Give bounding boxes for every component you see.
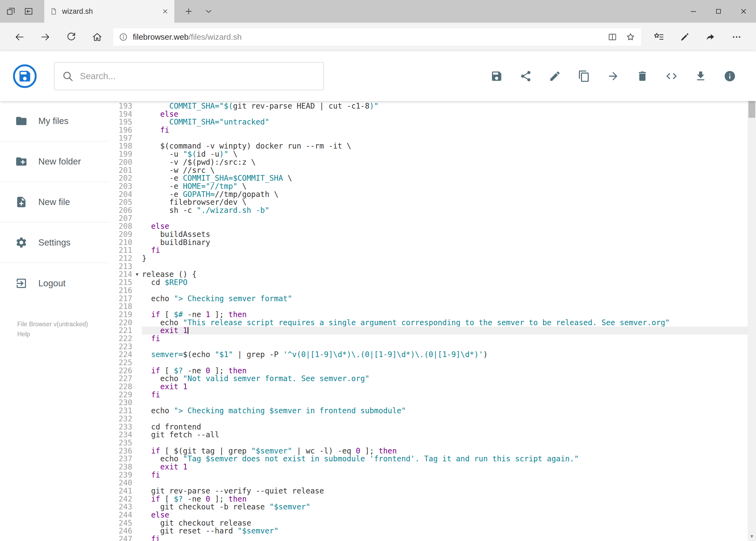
code-text[interactable]: fi <box>142 471 748 479</box>
code-text[interactable]: COMMIT_SHA="$(git rev-parse HEAD | cut -… <box>142 102 748 110</box>
code-line[interactable]: 245 git checkout release <box>109 519 748 527</box>
copy-button[interactable] <box>578 70 590 82</box>
code-line[interactable]: 238 exit 1 <box>109 463 748 471</box>
set-tabs-aside-icon[interactable] <box>24 6 34 16</box>
code-text[interactable]: fi <box>142 535 748 541</box>
code-text[interactable]: fi <box>142 391 748 399</box>
code-text[interactable]: git checkout release <box>142 519 748 527</box>
code-line[interactable]: 199 -u "$(id -u)" \ <box>109 150 748 158</box>
rename-pencil-button[interactable] <box>549 70 561 82</box>
code-text[interactable]: -e GOPATH=//tmp/gopath \ <box>142 191 748 199</box>
code-text[interactable]: echo "Not valid semver format. See semve… <box>142 375 748 383</box>
help-link[interactable]: Help <box>17 329 30 339</box>
code-line[interactable]: 236 if [ $(git tag | grep "$semver" | wc… <box>109 447 748 455</box>
code-line[interactable]: 214▾release () { <box>109 270 748 278</box>
scroll-down-arrow-icon[interactable]: ▼ <box>748 531 756 541</box>
code-text[interactable]: if [ $? -ne 0 ]; then <box>142 495 748 503</box>
save-button[interactable] <box>490 70 503 82</box>
code-text[interactable]: else <box>142 110 748 118</box>
code-text[interactable]: -v /$(pwd):/src:z \ <box>142 158 748 166</box>
refresh-button[interactable] <box>58 26 84 48</box>
hub-favorites-icon[interactable] <box>646 26 672 48</box>
download-button[interactable] <box>694 70 707 82</box>
code-line[interactable]: 207 <box>109 215 748 223</box>
code-text[interactable]: sh -c "./wizard.sh -b" <box>142 206 748 215</box>
code-text[interactable]: fi <box>142 335 748 343</box>
code-text[interactable]: git rev-parse --verify --quiet release <box>142 487 748 495</box>
code-line[interactable]: 241 git rev-parse --verify --quiet relea… <box>109 487 748 495</box>
code-line[interactable]: 194 else <box>109 110 748 118</box>
tab-preview-chevron-icon[interactable] <box>204 0 213 23</box>
code-text[interactable]: exit 1 <box>142 326 748 335</box>
code-text[interactable] <box>142 134 748 142</box>
code-line[interactable]: 221 exit 1 <box>109 326 748 335</box>
code-line[interactable]: 193 COMMIT_SHA="$(git rev-parse HEAD | c… <box>109 102 748 110</box>
site-info-icon[interactable] <box>119 32 128 42</box>
code-text[interactable]: cd frontend <box>142 423 748 431</box>
code-line[interactable]: 195 COMMIT_SHA="untracked" <box>109 118 748 126</box>
source-code-button[interactable] <box>665 70 678 82</box>
code-text[interactable]: else <box>142 222 748 231</box>
code-text[interactable]: fi <box>142 246 748 255</box>
code-line[interactable]: 202 -e COMMIT_SHA=$COMMIT_SHA \ <box>109 174 748 182</box>
sidebar-item-new-folder[interactable]: New folder <box>0 142 109 182</box>
code-text[interactable]: } <box>142 255 748 263</box>
code-text[interactable] <box>142 399 748 407</box>
code-text[interactable]: -u "$(id -u)" \ <box>142 150 748 158</box>
delete-button[interactable] <box>636 70 648 82</box>
code-text[interactable]: else <box>142 511 748 519</box>
code-text[interactable]: -e COMMIT_SHA=$COMMIT_SHA \ <box>142 174 748 182</box>
code-editor[interactable]: 193 COMMIT_SHA="$(git rev-parse HEAD | c… <box>109 101 748 541</box>
code-text[interactable]: $(command -v winpty) docker run --rm -it… <box>142 142 748 150</box>
code-line[interactable]: 200 -v /$(pwd):/src:z \ <box>109 158 748 166</box>
info-button[interactable] <box>724 70 736 82</box>
code-line[interactable]: 240 <box>109 479 748 487</box>
show-set-aside-tabs-icon[interactable] <box>6 6 16 16</box>
code-line[interactable]: 209 buildAssets <box>109 231 748 239</box>
code-text[interactable]: cd $REPO <box>142 278 748 286</box>
code-text[interactable] <box>142 359 748 367</box>
code-text[interactable]: exit 1 <box>142 463 748 471</box>
back-button[interactable] <box>6 26 32 48</box>
code-text[interactable] <box>142 479 748 487</box>
code-text[interactable]: if [ $# -ne 1 ]; then <box>142 310 748 319</box>
code-line[interactable]: 234 git fetch --all <box>109 431 748 439</box>
search-bar[interactable] <box>54 62 324 90</box>
code-text[interactable]: git reset --hard "$semver" <box>142 527 748 535</box>
code-text[interactable]: semver=$(echo "$1" | grep -P '^v(0|[1-9]… <box>142 350 748 359</box>
code-line[interactable]: 206 sh -c "./wizard.sh -b" <box>109 206 748 215</box>
url-field[interactable]: filebrowser.web/files/wizard.sh <box>114 28 641 46</box>
code-text[interactable] <box>142 286 748 295</box>
code-line[interactable]: 235 <box>109 439 748 447</box>
home-button[interactable] <box>84 26 110 48</box>
code-text[interactable]: echo "> Checking matching $semver in fro… <box>142 407 748 415</box>
maximize-button[interactable] <box>706 0 731 23</box>
favorite-star-icon[interactable] <box>626 32 635 42</box>
code-text[interactable] <box>142 215 748 223</box>
browser-tab[interactable]: wizard.sh <box>44 0 174 23</box>
code-text[interactable]: git fetch --all <box>142 431 748 439</box>
code-line[interactable]: 215 cd $REPO <box>109 278 748 286</box>
share-button[interactable] <box>520 70 532 82</box>
code-text[interactable]: -e HOME="//tmp" \ <box>142 182 748 191</box>
code-line[interactable]: 205 filebrowser/dev \ <box>109 198 748 206</box>
code-line[interactable]: 211 fi <box>109 246 748 255</box>
forward-button[interactable] <box>32 26 58 48</box>
scrollbar-track[interactable] <box>748 61 756 531</box>
code-line[interactable]: 232 <box>109 415 748 423</box>
sidebar-item-settings[interactable]: Settings <box>0 223 109 263</box>
code-text[interactable]: echo "This release script requires a sin… <box>142 319 748 327</box>
code-line[interactable]: 213 <box>109 263 748 270</box>
code-line[interactable]: 239 fi <box>109 471 748 479</box>
page-scrollbar[interactable]: ▲ ▼ <box>748 51 756 541</box>
code-text[interactable]: echo "> Checking semver format" <box>142 295 748 303</box>
code-line[interactable]: 237 echo "Tag $semver does not exist in … <box>109 455 748 463</box>
code-line[interactable]: 223 <box>109 343 748 351</box>
code-line[interactable]: 219 if [ $# -ne 1 ]; then <box>109 310 748 319</box>
code-text[interactable] <box>142 415 748 423</box>
code-line[interactable]: 224 semver=$(echo "$1" | grep -P '^v(0|[… <box>109 350 748 359</box>
code-text[interactable] <box>142 263 748 270</box>
code-text[interactable]: buildAssets <box>142 231 748 239</box>
code-text[interactable]: echo "Tag $semver does not exist in subm… <box>142 455 748 463</box>
code-line[interactable]: 227 echo "Not valid semver format. See s… <box>109 375 748 383</box>
